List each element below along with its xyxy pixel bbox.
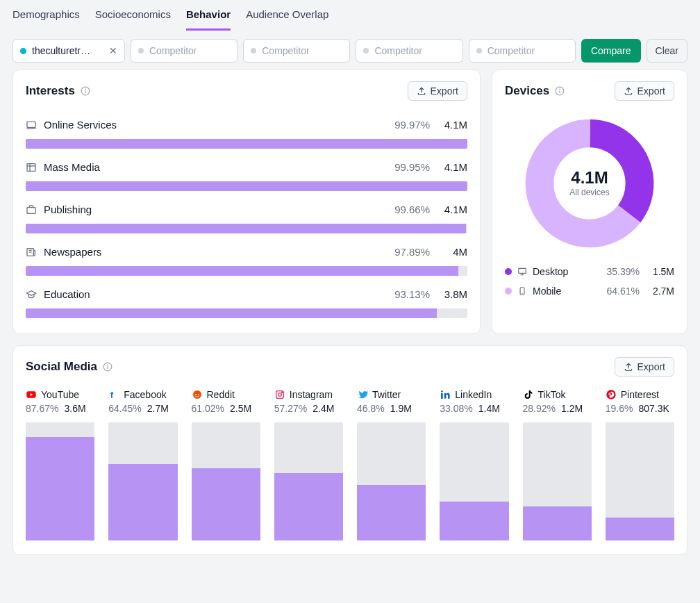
social-bar (26, 422, 94, 540)
export-icon (624, 86, 633, 96)
interest-value: 3.8M (437, 288, 467, 300)
social-value: 1.2M (561, 403, 583, 414)
social-name: Instagram (290, 389, 333, 400)
export-devices-button[interactable]: Export (615, 81, 674, 101)
social-bar (523, 422, 592, 540)
info-icon[interactable] (81, 86, 90, 96)
social-name: YouTube (41, 389, 79, 400)
social-pct: 61.02% (192, 403, 224, 414)
export-icon (624, 362, 633, 372)
device-pct: 64.61% (607, 286, 640, 297)
linkedin-icon (440, 389, 451, 400)
interest-bar (26, 224, 467, 233)
social-value: 2.7M (147, 403, 169, 414)
tab-socioeconomics[interactable]: Socioeconomics (95, 8, 171, 31)
interests-card: Interests Export Online Services 99.97% … (12, 69, 481, 334)
svg-point-26 (108, 365, 108, 365)
social-bar (108, 422, 177, 540)
dot-icon (138, 48, 144, 53)
tab-audience-overlap[interactable]: Audience Overlap (246, 8, 328, 31)
interest-row: Online Services 99.97% 4.1M (26, 110, 467, 153)
tab-bar: Demographics Socioeconomics Behavior Aud… (0, 0, 700, 31)
social-bar (192, 422, 260, 540)
remove-chip-icon[interactable]: ✕ (109, 45, 117, 56)
device-value: 2.7M (645, 286, 674, 297)
social-column: Reddit 61.02% 2.5M (192, 389, 260, 540)
svg-point-36 (281, 392, 282, 393)
interest-row: Education 93.13% 3.8M (26, 280, 467, 322)
reddit-icon (192, 389, 203, 400)
interest-pct: 99.66% (394, 204, 430, 215)
social-value: 1.9M (390, 403, 412, 414)
social-pct: 87.67% (26, 403, 58, 414)
device-legend-row: Desktop 35.39% 1.5M (505, 262, 674, 281)
social-column: Pinterest 19.6% 807.3K (606, 389, 674, 540)
social-title: Social Media (26, 360, 97, 374)
social-pct: 46.8% (357, 403, 385, 414)
tab-demographics[interactable]: Demographics (12, 8, 80, 31)
social-pct: 57.27% (274, 403, 307, 414)
donut-center-value: 4.1M (569, 168, 609, 188)
info-icon[interactable] (555, 86, 565, 96)
devices-donut-chart: 4.1M All devices (492, 110, 687, 259)
export-social-button[interactable]: Export (615, 357, 674, 377)
social-name: Twitter (372, 389, 401, 400)
interest-name: Mass Media (44, 161, 100, 173)
interest-value: 4.1M (437, 161, 467, 173)
export-icon (417, 86, 426, 96)
devices-title: Devices (505, 84, 549, 98)
dot-icon (363, 48, 369, 53)
interest-row: Mass Media 99.95% 4.1M (26, 153, 467, 195)
tab-behavior[interactable]: Behavior (186, 8, 231, 31)
social-column: TikTok 28.92% 1.2M (523, 389, 592, 540)
competitor-input-3[interactable]: Competitor (356, 39, 462, 63)
legend-dot-icon (505, 268, 512, 275)
device-name: Mobile (533, 286, 561, 297)
social-column: YouTube 87.67% 3.6M (26, 389, 94, 540)
social-bar (440, 422, 508, 540)
social-pct: 64.45% (108, 403, 141, 414)
svg-rect-37 (441, 393, 443, 399)
competitor-input-1[interactable]: Competitor (131, 39, 238, 63)
svg-point-33 (198, 394, 199, 395)
svg-point-35 (278, 393, 281, 397)
interest-pct: 93.13% (394, 288, 430, 300)
svg-point-15 (560, 89, 560, 90)
svg-point-38 (441, 390, 443, 393)
interest-name: Publishing (44, 204, 92, 215)
info-icon[interactable] (103, 362, 112, 372)
facebook-icon: f (108, 389, 119, 400)
social-value: 807.3K (638, 403, 669, 414)
export-interests-button[interactable]: Export (408, 81, 467, 101)
interest-name: Online Services (44, 119, 117, 131)
svg-point-39 (606, 390, 615, 399)
news-icon (26, 247, 37, 258)
competitor-input-2[interactable]: Competitor (243, 39, 350, 63)
social-column: LinkedIn 33.08% 1.4M (440, 389, 508, 540)
clear-button[interactable]: Clear (647, 39, 688, 63)
competitor-input-4[interactable]: Competitor (469, 39, 576, 63)
interest-pct: 97.89% (394, 246, 430, 258)
media-icon (26, 162, 37, 173)
interest-bar (26, 139, 467, 149)
tiktok-icon (523, 389, 534, 400)
interest-value: 4M (437, 246, 467, 258)
svg-rect-4 (27, 122, 35, 127)
interest-value: 4.1M (437, 204, 467, 215)
interest-row: Publishing 99.66% 4.1M (26, 195, 467, 238)
social-column: Instagram 57.27% 2.4M (274, 389, 343, 540)
svg-rect-6 (27, 163, 35, 171)
svg-rect-19 (519, 268, 526, 273)
laptop-icon (26, 119, 37, 131)
interest-bar (26, 181, 467, 191)
interest-bar (26, 266, 467, 276)
svg-rect-9 (27, 207, 35, 213)
svg-point-2 (85, 89, 86, 90)
selected-site-chip[interactable]: theculturetr… ✕ (12, 39, 125, 63)
interest-bar (26, 308, 467, 318)
pinterest-icon (606, 389, 617, 400)
social-pct: 19.6% (606, 403, 633, 414)
mobile-icon (517, 286, 527, 296)
compare-button[interactable]: Compare (581, 39, 641, 63)
social-pct: 28.92% (523, 403, 556, 414)
